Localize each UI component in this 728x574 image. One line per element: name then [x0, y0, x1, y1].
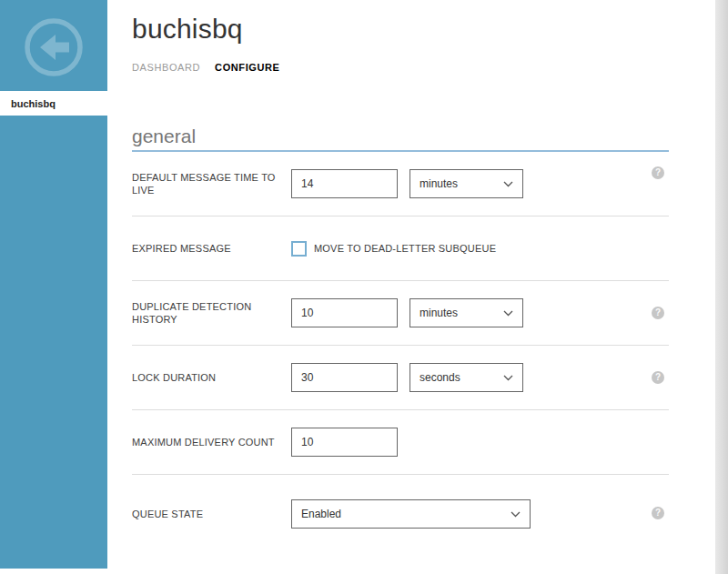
chevron-down-icon	[511, 511, 521, 518]
back-arrow-icon	[13, 4, 95, 87]
row-max-delivery-count: MAXIMUM DELIVERY COUNT	[132, 410, 669, 475]
ttl-value-input[interactable]	[291, 169, 398, 198]
lock-duration-input[interactable]	[291, 363, 398, 392]
tab-bar: DASHBOARD CONFIGURE	[132, 61, 669, 74]
help-icon[interactable]: ?	[652, 166, 664, 179]
tab-configure[interactable]: CONFIGURE	[215, 61, 279, 74]
select-value: minutes	[420, 307, 458, 319]
queue-state-select[interactable]: Enabled	[291, 499, 531, 529]
page-title: buchisbq	[132, 11, 669, 47]
row-queue-state: QUEUE STATE Enabled ?	[132, 475, 669, 574]
field-label: MAXIMUM DELIVERY COUNT	[132, 436, 291, 448]
field-label: DEFAULT MESSAGE TIME TO LIVE	[132, 171, 291, 196]
field-label: EXPIRED MESSAGE	[132, 242, 291, 255]
sidebar-item-label: buchisbq	[11, 98, 56, 109]
sidebar-background	[0, 116, 107, 569]
dead-letter-checkbox[interactable]	[291, 241, 307, 257]
max-delivery-count-input[interactable]	[291, 428, 398, 457]
help-icon[interactable]: ?	[652, 507, 664, 519]
row-default-message-ttl: DEFAULT MESSAGE TIME TO LIVE minutes ?	[132, 152, 669, 217]
select-value: minutes	[420, 177, 458, 190]
select-value: seconds	[420, 371, 460, 384]
duplicate-detection-input[interactable]	[291, 298, 398, 327]
vertical-scrollbar[interactable]	[715, 0, 728, 574]
field-label: QUEUE STATE	[132, 508, 291, 520]
section-title-general: general	[132, 126, 669, 152]
chevron-down-icon	[503, 310, 513, 317]
queue-configure-page: buchisbq buchisbq DASHBOARD CONFIGURE ge…	[0, 0, 728, 574]
help-icon[interactable]: ?	[652, 307, 664, 319]
ttl-unit-select[interactable]: minutes	[410, 169, 523, 198]
sidebar: buchisbq	[0, 0, 107, 574]
tab-dashboard[interactable]: DASHBOARD	[132, 61, 200, 74]
main-content: buchisbq DASHBOARD CONFIGURE general DEF…	[132, 0, 669, 574]
back-button[interactable]	[0, 0, 107, 91]
row-expired-message: EXPIRED MESSAGE MOVE TO DEAD-LETTER SUBQ…	[132, 217, 669, 281]
row-duplicate-detection: DUPLICATE DETECTION HISTORY minutes ?	[132, 281, 669, 346]
chevron-down-icon	[503, 375, 513, 381]
row-lock-duration: LOCK DURATION seconds ?	[132, 346, 669, 410]
duplicate-detection-unit-select[interactable]: minutes	[410, 298, 523, 327]
field-label: LOCK DURATION	[132, 371, 291, 384]
sidebar-item-buchisbq[interactable]: buchisbq	[0, 91, 107, 116]
lock-duration-unit-select[interactable]: seconds	[410, 363, 523, 392]
select-value: Enabled	[301, 508, 341, 520]
help-icon[interactable]: ?	[652, 371, 664, 384]
field-label: DUPLICATE DETECTION HISTORY	[132, 300, 291, 326]
chevron-down-icon	[503, 181, 513, 187]
checkbox-label: MOVE TO DEAD-LETTER SUBQUEUE	[314, 243, 496, 254]
